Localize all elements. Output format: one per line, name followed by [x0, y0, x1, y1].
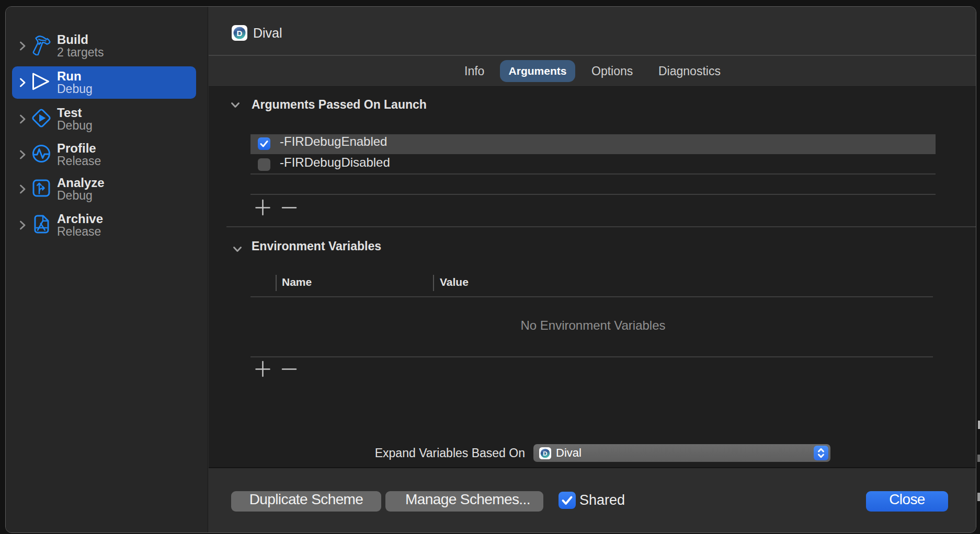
- svg-text:D: D: [237, 29, 243, 38]
- svg-text:D: D: [543, 450, 547, 457]
